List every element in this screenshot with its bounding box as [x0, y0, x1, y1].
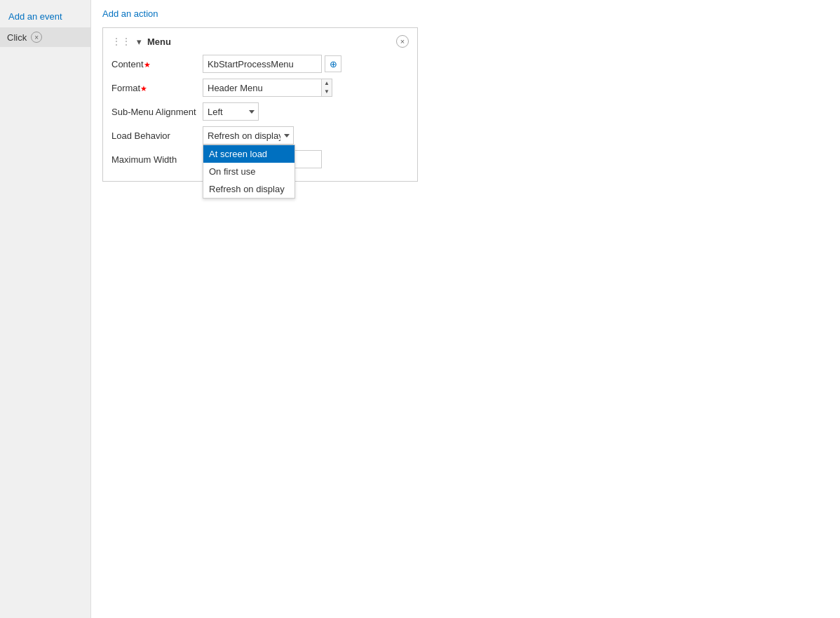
load-behavior-select[interactable]: At screen load On first use Refresh on d… [203, 126, 294, 145]
remove-action-icon[interactable]: × [396, 35, 409, 48]
add-action-link[interactable]: Add an action [102, 8, 158, 19]
drag-handle-icon[interactable]: ⋮⋮ [111, 36, 131, 47]
remove-event-icon[interactable]: × [31, 32, 42, 43]
content-label: Content★ [111, 59, 203, 69]
submenu-alignment-label: Sub-Menu Alignment [111, 107, 203, 117]
load-behavior-label: Load Behavior [111, 130, 203, 141]
format-label: Format★ [111, 83, 203, 93]
maximum-width-label: Maximum Width [111, 154, 203, 165]
load-behavior-row: Load Behavior At screen load On first us… [111, 126, 409, 145]
format-arrow-down[interactable]: ▼ [322, 88, 332, 96]
load-behavior-input-group: At screen load On first use Refresh on d… [203, 126, 409, 145]
format-spinner-arrows[interactable]: ▲ ▼ [322, 79, 332, 97]
submenu-alignment-row: Sub-Menu Alignment Left Right [111, 102, 409, 121]
action-card-header: ⋮⋮ ▾ Menu × [111, 35, 409, 48]
add-event-link[interactable]: Add an event [0, 6, 90, 27]
format-row: Format★ ▲ ▼ [111, 79, 409, 97]
content-search-button[interactable]: ⊕ [325, 55, 341, 72]
format-arrow-up[interactable]: ▲ [322, 79, 332, 88]
main-content: Add an action ⋮⋮ ▾ Menu × Content★ ⊕ [91, 0, 840, 618]
content-required-star: ★ [144, 60, 151, 69]
submenu-alignment-select[interactable]: Left Right [203, 102, 259, 121]
sidebar-event-item: Click × [0, 27, 90, 47]
sidebar-event-label: Click [7, 32, 27, 43]
action-title: Menu [147, 36, 391, 47]
load-behavior-dropdown-menu: At screen load On first use Refresh on d… [203, 145, 295, 199]
load-behavior-dropdown-wrapper: At screen load On first use Refresh on d… [203, 126, 294, 145]
dropdown-option-on-first-use[interactable]: On first use [203, 163, 294, 180]
chevron-down-icon[interactable]: ▾ [137, 36, 142, 47]
format-spinner-wrapper: ▲ ▼ [203, 79, 332, 97]
content-row: Content★ ⊕ [111, 55, 409, 73]
action-card: ⋮⋮ ▾ Menu × Content★ ⊕ [102, 27, 418, 182]
content-input-group: ⊕ [203, 55, 409, 73]
content-input[interactable] [203, 55, 322, 73]
format-input[interactable] [203, 79, 322, 97]
submenu-alignment-input-group: Left Right [203, 102, 409, 121]
search-icon: ⊕ [330, 59, 337, 69]
dropdown-option-refresh-on-display[interactable]: Refresh on display [203, 180, 294, 198]
format-required-star: ★ [140, 84, 147, 93]
sidebar: Add an event Click × [0, 0, 91, 618]
dropdown-option-at-screen-load[interactable]: At screen load [203, 145, 294, 163]
format-input-group: ▲ ▼ [203, 79, 409, 97]
